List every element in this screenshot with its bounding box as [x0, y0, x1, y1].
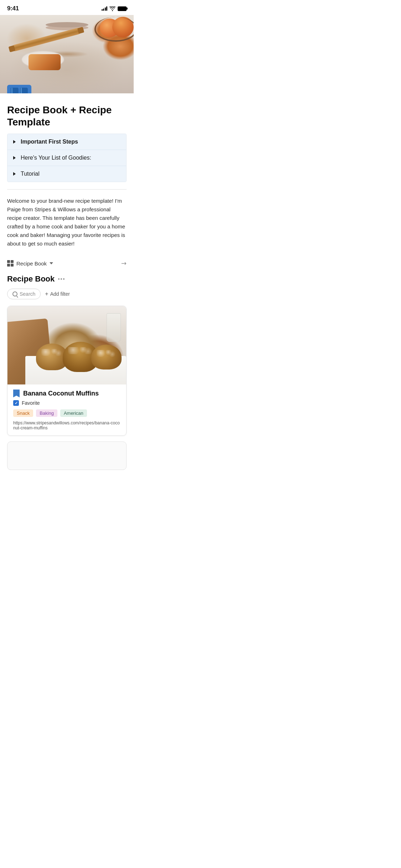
recipe-book-section: Recipe Book Search + Add filter — [7, 274, 127, 470]
app-logo — [7, 85, 31, 93]
gallery-switcher: Recipe Book ↗ — [7, 257, 127, 270]
dot-2 — [61, 278, 62, 280]
recipe-book-title-row: Recipe Book — [7, 274, 127, 284]
favorite-label: Favorite — [22, 400, 40, 406]
add-filter-button[interactable]: + Add filter — [45, 291, 70, 297]
plus-icon: + — [45, 291, 48, 297]
collapsible-label-0: Important First Steps — [21, 139, 78, 145]
recipe-card-empty — [7, 441, 127, 470]
dot-1 — [58, 278, 60, 280]
divider — [7, 189, 127, 190]
glass-item — [107, 313, 121, 342]
status-icons — [102, 6, 127, 11]
gallery-left[interactable]: Recipe Book — [7, 260, 53, 267]
main-content: Recipe Book + Recipe Template Important … — [0, 93, 134, 484]
more-options-icon[interactable] — [58, 278, 65, 280]
gallery-switcher-label: Recipe Book — [16, 260, 47, 267]
card-content: Banana Coconut Muffins Favorite Snack Ba… — [7, 384, 126, 435]
collapsible-label-1: Here's Your List of Goodies: — [21, 155, 91, 161]
recipe-card[interactable]: Banana Coconut Muffins Favorite Snack Ba… — [7, 306, 127, 436]
tags-row: Snack Baking American — [13, 409, 120, 417]
favorite-checkbox[interactable] — [13, 400, 19, 406]
battery-icon — [118, 6, 127, 11]
page-title: Recipe Book + Recipe Template — [7, 104, 127, 128]
search-label: Search — [20, 291, 35, 297]
recipe-book-heading: Recipe Book — [7, 274, 55, 284]
collapsible-item-1[interactable]: Here's Your List of Goodies: — [7, 150, 126, 166]
food-on-plate — [29, 54, 61, 70]
welcome-text: Welcome to your brand-new recipe templat… — [7, 197, 127, 248]
tag-snack: Snack — [13, 409, 33, 417]
add-filter-label: Add filter — [50, 291, 70, 297]
muffin-3 — [91, 345, 122, 370]
tag-american: American — [60, 409, 87, 417]
grid-view-icon — [7, 260, 14, 267]
card-title: Banana Coconut Muffins — [23, 390, 99, 397]
status-bar: 9:41 — [0, 0, 134, 15]
signal-icon — [102, 6, 108, 11]
search-button[interactable]: Search — [7, 289, 41, 299]
chevron-down-icon — [50, 262, 53, 264]
logo-book-left — [11, 88, 19, 93]
hero-image — [0, 15, 134, 93]
tag-baking: Baking — [36, 409, 57, 417]
expand-triangle-2 — [13, 172, 16, 176]
favorite-row: Favorite — [13, 400, 120, 406]
bookmark-icon — [13, 389, 20, 397]
dot-3 — [63, 278, 65, 280]
expand-icon[interactable]: ↗ — [119, 259, 128, 268]
collapsible-item-0[interactable]: Important First Steps — [7, 134, 126, 150]
card-url[interactable]: https://www.stripesandwillows.com/recipe… — [13, 420, 120, 430]
collapsible-item-2[interactable]: Tutorial — [7, 166, 126, 182]
wifi-icon — [109, 6, 115, 11]
status-time: 9:41 — [7, 5, 19, 12]
collapsible-list: Important First Steps Here's Your List o… — [7, 134, 127, 182]
expand-triangle-0 — [13, 140, 16, 144]
collapsible-label-2: Tutorial — [21, 171, 40, 177]
expand-triangle-1 — [13, 156, 16, 160]
card-title-row: Banana Coconut Muffins — [13, 389, 120, 397]
logo-book-right — [20, 88, 28, 93]
bowl — [94, 17, 134, 42]
search-filter-row: Search + Add filter — [7, 289, 127, 299]
card-image — [7, 306, 126, 384]
search-icon — [12, 291, 17, 296]
